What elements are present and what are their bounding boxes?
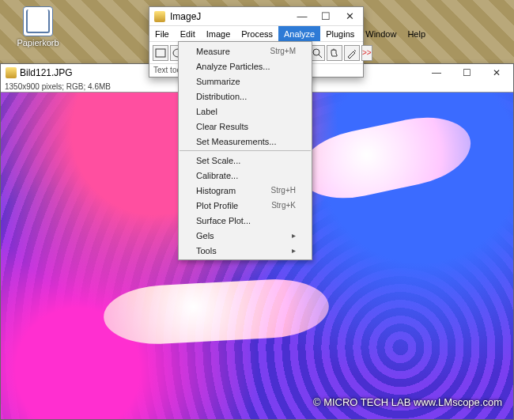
menu-item-tools[interactable]: Tools (179, 243, 312, 258)
menu-item-label: Histogram (196, 186, 236, 195)
menu-item-shortcut: Strg+H (271, 186, 296, 195)
menu-item-histogram[interactable]: HistogramStrg+H (179, 183, 312, 198)
menu-analyze[interactable]: Analyze (278, 26, 320, 41)
menu-item-label: Set Scale... (196, 156, 240, 165)
imagej-icon (6, 67, 17, 78)
imagej-minimize[interactable]: — (290, 7, 314, 26)
tool-rect[interactable] (153, 45, 168, 61)
tool-more[interactable]: >> (361, 45, 372, 61)
imagej-close[interactable]: ✕ (338, 7, 361, 26)
imagej-icon (154, 11, 165, 22)
menu-process[interactable]: Process (236, 26, 278, 41)
watermark: © MICRO TECH LAB www.LMscope.com (313, 396, 502, 408)
menu-plugins[interactable]: Plugins (320, 26, 360, 41)
menu-item-distribution[interactable]: Distribution... (179, 89, 312, 104)
menu-item-label: Gels (196, 231, 214, 240)
picker-icon (345, 46, 359, 60)
menu-edit[interactable]: Edit (175, 26, 201, 41)
svg-line-9 (319, 55, 322, 58)
menu-item-gels[interactable]: Gels (179, 228, 312, 243)
menu-item-label: Surface Plot... (196, 216, 251, 225)
imagej-maximize[interactable]: ☐ (314, 7, 338, 26)
menu-image[interactable]: Image (201, 26, 236, 41)
image-window-minimize[interactable]: — (421, 64, 452, 81)
hand-icon (327, 46, 342, 60)
recycle-bin-label: Papierkorb (14, 38, 62, 47)
svg-rect-0 (156, 49, 165, 57)
imagej-title: ImageJ (170, 11, 201, 22)
image-window-maximize[interactable]: ☐ (452, 64, 482, 81)
menu-item-label: Set Measurements... (196, 137, 277, 146)
tool-picker[interactable] (344, 45, 360, 61)
menu-item-label[interactable]: Label (179, 104, 312, 119)
menu-item-label: Plot Profile (196, 201, 238, 210)
image-window-close[interactable]: ✕ (482, 64, 512, 81)
menu-item-set-measurements[interactable]: Set Measurements... (179, 134, 312, 149)
menu-item-label: Measure (196, 47, 230, 56)
menu-item-surface-plot[interactable]: Surface Plot... (179, 213, 312, 228)
tool-hand[interactable] (327, 45, 342, 61)
recycle-bin[interactable]: Papierkorb (14, 6, 62, 47)
menu-window[interactable]: Window (360, 26, 402, 41)
analyze-menu-dropdown: MeasureStrg+MAnalyze Particles...Summari… (178, 41, 312, 260)
imagej-titlebar[interactable]: ImageJ — ☐ ✕ (149, 7, 363, 26)
menu-item-analyze-particles[interactable]: Analyze Particles... (179, 59, 312, 74)
menu-item-label: Calibrate... (196, 171, 238, 180)
menu-item-summarize[interactable]: Summarize (179, 74, 312, 89)
image-window-title: Bild121.JPG (20, 64, 73, 81)
menu-item-plot-profile[interactable]: Plot ProfileStrg+K (179, 198, 312, 213)
menu-item-measure[interactable]: MeasureStrg+M (179, 44, 312, 59)
menu-item-label: Summarize (196, 77, 240, 86)
menu-item-set-scale[interactable]: Set Scale... (179, 153, 312, 168)
menu-item-shortcut: Strg+M (270, 47, 296, 55)
menu-file[interactable]: File (149, 26, 175, 41)
svg-point-8 (313, 49, 319, 55)
menu-separator (180, 150, 311, 151)
menu-item-calibrate[interactable]: Calibrate... (179, 168, 312, 183)
menu-item-label: Distribution... (196, 92, 247, 101)
menu-item-label: Tools (196, 246, 217, 255)
imagej-menubar: FileEditImageProcessAnalyzePluginsWindow… (149, 26, 363, 42)
menu-item-label: Analyze Particles... (196, 62, 270, 71)
rect-icon (153, 46, 168, 60)
menu-item-shortcut: Strg+K (271, 201, 296, 210)
menu-item-label: Clear Results (196, 122, 248, 131)
menu-help[interactable]: Help (402, 26, 431, 41)
menu-item-clear-results[interactable]: Clear Results (179, 119, 312, 134)
recycle-bin-icon (23, 6, 53, 36)
menu-item-label: Label (196, 107, 217, 116)
